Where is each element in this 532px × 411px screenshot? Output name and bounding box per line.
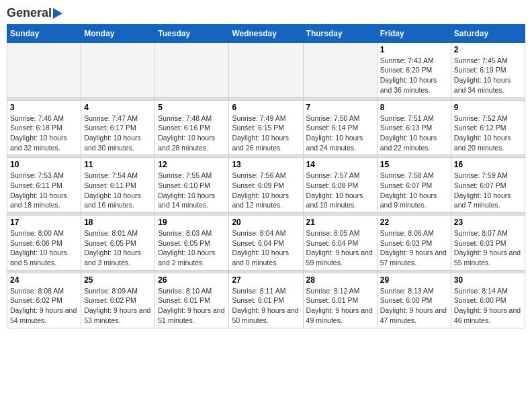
- calendar-header-sunday: Sunday: [7, 24, 81, 42]
- calendar-cell: 28Sunrise: 8:12 AMSunset: 6:01 PMDayligh…: [303, 273, 377, 328]
- calendar-cell: [303, 42, 377, 97]
- day-number: 27: [232, 275, 300, 285]
- day-info: Sunrise: 7:58 AMSunset: 6:07 PMDaylight:…: [380, 171, 448, 210]
- day-number: 10: [10, 160, 78, 169]
- calendar-cell: 8Sunrise: 7:51 AMSunset: 6:13 PMDaylight…: [377, 100, 451, 155]
- calendar-cell: [229, 42, 303, 97]
- day-number: 21: [306, 218, 374, 227]
- day-number: 24: [10, 275, 78, 285]
- day-number: 20: [232, 218, 300, 227]
- day-number: 25: [84, 275, 152, 285]
- day-info: Sunrise: 7:46 AMSunset: 6:18 PMDaylight:…: [10, 113, 78, 153]
- calendar-cell: 14Sunrise: 7:57 AMSunset: 6:08 PMDayligh…: [303, 158, 377, 213]
- calendar-cell: [155, 42, 229, 97]
- day-info: Sunrise: 8:09 AMSunset: 6:02 PMDaylight:…: [84, 286, 152, 326]
- calendar-cell: 1Sunrise: 7:43 AMSunset: 6:20 PMDaylight…: [377, 42, 451, 97]
- calendar-cell: 25Sunrise: 8:09 AMSunset: 6:02 PMDayligh…: [81, 273, 155, 328]
- calendar-cell: 7Sunrise: 7:50 AMSunset: 6:14 PMDaylight…: [303, 100, 377, 155]
- calendar-cell: 4Sunrise: 7:47 AMSunset: 6:17 PMDaylight…: [81, 100, 155, 155]
- calendar-cell: 19Sunrise: 8:03 AMSunset: 6:05 PMDayligh…: [155, 216, 229, 271]
- day-number: 26: [158, 275, 226, 285]
- calendar-cell: 13Sunrise: 7:56 AMSunset: 6:09 PMDayligh…: [229, 158, 303, 213]
- calendar-cell: [81, 42, 155, 97]
- calendar-cell: 20Sunrise: 8:04 AMSunset: 6:04 PMDayligh…: [229, 216, 303, 271]
- day-info: Sunrise: 8:03 AMSunset: 6:05 PMDaylight:…: [158, 228, 226, 268]
- day-number: 6: [232, 103, 300, 112]
- day-info: Sunrise: 8:08 AMSunset: 6:02 PMDaylight:…: [10, 286, 78, 326]
- day-info: Sunrise: 8:00 AMSunset: 6:06 PMDaylight:…: [10, 228, 78, 268]
- day-info: Sunrise: 8:14 AMSunset: 6:00 PMDaylight:…: [454, 286, 522, 326]
- calendar-cell: 17Sunrise: 8:00 AMSunset: 6:06 PMDayligh…: [7, 216, 81, 271]
- calendar-cell: 2Sunrise: 7:45 AMSunset: 6:19 PMDaylight…: [451, 42, 525, 97]
- calendar-cell: 6Sunrise: 7:49 AMSunset: 6:15 PMDaylight…: [229, 100, 303, 155]
- day-info: Sunrise: 7:45 AMSunset: 6:19 PMDaylight:…: [454, 56, 522, 95]
- day-info: Sunrise: 8:04 AMSunset: 6:04 PMDaylight:…: [232, 228, 300, 268]
- day-info: Sunrise: 7:52 AMSunset: 6:12 PMDaylight:…: [454, 113, 522, 153]
- calendar-header-wednesday: Wednesday: [229, 24, 303, 42]
- calendar-cell: 26Sunrise: 8:10 AMSunset: 6:01 PMDayligh…: [155, 273, 229, 328]
- day-number: 12: [158, 160, 226, 169]
- day-info: Sunrise: 7:49 AMSunset: 6:15 PMDaylight:…: [232, 113, 300, 153]
- day-number: 29: [380, 275, 448, 285]
- day-number: 30: [454, 275, 522, 285]
- day-info: Sunrise: 7:48 AMSunset: 6:16 PMDaylight:…: [158, 113, 226, 153]
- calendar-cell: 21Sunrise: 8:05 AMSunset: 6:04 PMDayligh…: [303, 216, 377, 271]
- day-number: 2: [454, 45, 522, 54]
- day-info: Sunrise: 8:10 AMSunset: 6:01 PMDaylight:…: [158, 286, 226, 326]
- day-number: 13: [232, 160, 300, 169]
- day-info: Sunrise: 8:13 AMSunset: 6:00 PMDaylight:…: [380, 286, 448, 326]
- day-number: 3: [10, 103, 78, 112]
- calendar-table: SundayMondayTuesdayWednesdayThursdayFrid…: [7, 24, 525, 328]
- day-number: 4: [84, 103, 152, 112]
- calendar-cell: 12Sunrise: 7:55 AMSunset: 6:10 PMDayligh…: [155, 158, 229, 213]
- logo-arrow-icon: [53, 8, 62, 19]
- day-number: 28: [306, 275, 374, 285]
- calendar-cell: 23Sunrise: 8:07 AMSunset: 6:03 PMDayligh…: [451, 216, 525, 271]
- day-info: Sunrise: 7:59 AMSunset: 6:07 PMDaylight:…: [454, 171, 522, 210]
- day-info: Sunrise: 8:12 AMSunset: 6:01 PMDaylight:…: [306, 286, 374, 326]
- day-number: 22: [380, 218, 448, 227]
- calendar-week-row: 17Sunrise: 8:00 AMSunset: 6:06 PMDayligh…: [7, 216, 525, 271]
- calendar-week-row: 10Sunrise: 7:53 AMSunset: 6:11 PMDayligh…: [7, 158, 525, 213]
- calendar-header-friday: Friday: [377, 24, 451, 42]
- day-number: 19: [158, 218, 226, 227]
- day-number: 23: [454, 218, 522, 227]
- day-info: Sunrise: 8:11 AMSunset: 6:01 PMDaylight:…: [232, 286, 300, 326]
- day-info: Sunrise: 7:54 AMSunset: 6:11 PMDaylight:…: [84, 171, 152, 210]
- calendar-cell: 9Sunrise: 7:52 AMSunset: 6:12 PMDaylight…: [451, 100, 525, 155]
- day-number: 16: [454, 160, 522, 169]
- calendar-cell: 30Sunrise: 8:14 AMSunset: 6:00 PMDayligh…: [451, 273, 525, 328]
- day-info: Sunrise: 8:07 AMSunset: 6:03 PMDaylight:…: [454, 228, 522, 268]
- day-number: 9: [454, 103, 522, 112]
- day-info: Sunrise: 8:05 AMSunset: 6:04 PMDaylight:…: [306, 228, 374, 268]
- calendar-cell: 15Sunrise: 7:58 AMSunset: 6:07 PMDayligh…: [377, 158, 451, 213]
- day-number: 17: [10, 218, 78, 227]
- page-header: General: [7, 7, 525, 20]
- day-number: 7: [306, 103, 374, 112]
- calendar-header-thursday: Thursday: [303, 24, 377, 42]
- day-info: Sunrise: 7:51 AMSunset: 6:13 PMDaylight:…: [380, 113, 448, 153]
- day-number: 18: [84, 218, 152, 227]
- day-info: Sunrise: 7:55 AMSunset: 6:10 PMDaylight:…: [158, 171, 226, 210]
- day-info: Sunrise: 7:56 AMSunset: 6:09 PMDaylight:…: [232, 171, 300, 210]
- day-info: Sunrise: 7:57 AMSunset: 6:08 PMDaylight:…: [306, 171, 374, 210]
- calendar-week-row: 1Sunrise: 7:43 AMSunset: 6:20 PMDaylight…: [7, 42, 525, 97]
- calendar-header-monday: Monday: [81, 24, 155, 42]
- day-info: Sunrise: 7:53 AMSunset: 6:11 PMDaylight:…: [10, 171, 78, 210]
- day-number: 11: [84, 160, 152, 169]
- day-number: 14: [306, 160, 374, 169]
- calendar-header-saturday: Saturday: [451, 24, 525, 42]
- day-number: 1: [380, 45, 448, 54]
- calendar-cell: 16Sunrise: 7:59 AMSunset: 6:07 PMDayligh…: [451, 158, 525, 213]
- calendar-week-row: 24Sunrise: 8:08 AMSunset: 6:02 PMDayligh…: [7, 273, 525, 328]
- day-info: Sunrise: 7:43 AMSunset: 6:20 PMDaylight:…: [380, 56, 448, 95]
- calendar-cell: 5Sunrise: 7:48 AMSunset: 6:16 PMDaylight…: [155, 100, 229, 155]
- day-number: 15: [380, 160, 448, 169]
- logo-text-general: General: [7, 7, 52, 20]
- logo: General: [7, 7, 62, 20]
- calendar-cell: 24Sunrise: 8:08 AMSunset: 6:02 PMDayligh…: [7, 273, 81, 328]
- calendar-cell: 29Sunrise: 8:13 AMSunset: 6:00 PMDayligh…: [377, 273, 451, 328]
- calendar-cell: 10Sunrise: 7:53 AMSunset: 6:11 PMDayligh…: [7, 158, 81, 213]
- calendar-week-row: 3Sunrise: 7:46 AMSunset: 6:18 PMDaylight…: [7, 100, 525, 155]
- calendar-header-row: SundayMondayTuesdayWednesdayThursdayFrid…: [7, 24, 525, 42]
